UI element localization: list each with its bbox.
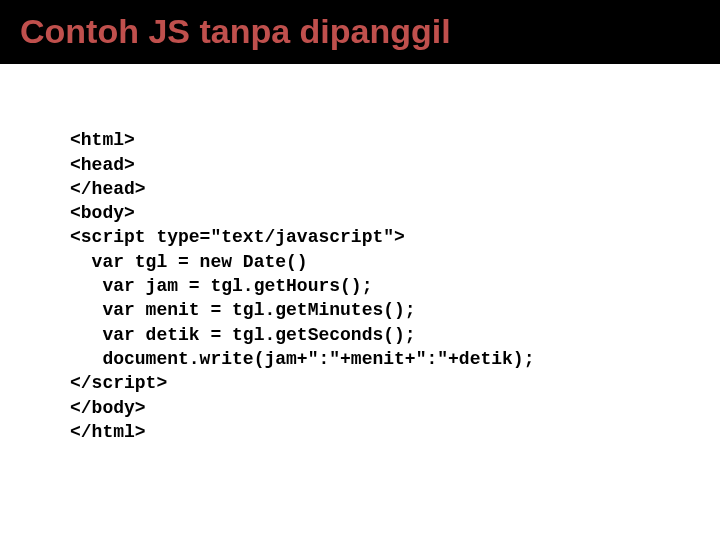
code-line: </html> [70, 422, 146, 442]
code-line: var menit = tgl.getMinutes(); [70, 300, 416, 320]
code-line: var detik = tgl.getSeconds(); [70, 325, 416, 345]
code-line: <head> [70, 155, 135, 175]
code-line: <script type="text/javascript"> [70, 227, 405, 247]
code-line: <html> [70, 130, 135, 150]
code-line: var jam = tgl.getHours(); [70, 276, 372, 296]
code-line: </head> [70, 179, 146, 199]
code-line: </body> [70, 398, 146, 418]
code-line: var tgl = new Date() [70, 252, 308, 272]
slide-header: Contoh JS tanpa dipanggil [0, 0, 720, 64]
code-line: document.write(jam+":"+menit+":"+detik); [70, 349, 534, 369]
code-line: </script> [70, 373, 167, 393]
code-block: <html> <head> </head> <body> <script typ… [70, 104, 660, 468]
slide-content: <html> <head> </head> <body> <script typ… [0, 64, 720, 488]
code-line: <body> [70, 203, 135, 223]
slide-title: Contoh JS tanpa dipanggil [20, 12, 700, 51]
